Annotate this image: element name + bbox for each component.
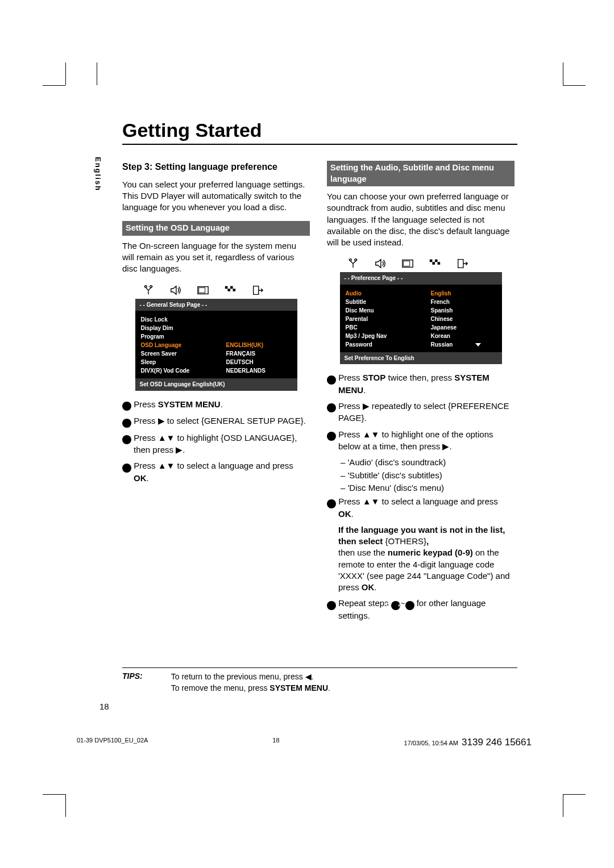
left-step-2: 2 Press ▶ to select {GENERAL SETUP PAGE}… [122, 415, 310, 427]
osd-general-setup-panel: - - General Setup Page - - Disc Lock Dis… [135, 281, 297, 391]
exit-icon [250, 284, 265, 297]
svg-rect-11 [437, 262, 440, 265]
tv-icon [400, 257, 415, 270]
osd-pref-body: AudioEnglish SubtitleFrench Disc MenuSpa… [340, 285, 502, 352]
pref-intro: You can choose your own preferred langua… [327, 191, 515, 248]
osd-icon-row [135, 281, 297, 299]
bullet-3-icon: 3 [122, 435, 131, 444]
svg-rect-4 [227, 289, 230, 291]
tips-body: To return to the previous menu, press ◀.… [171, 671, 330, 694]
svg-rect-2 [225, 286, 227, 289]
speaker-icon [373, 257, 388, 270]
svg-rect-3 [230, 286, 233, 289]
left-step-1: 1 Press SYSTEM MENU. [122, 399, 310, 411]
right-step-3c: – 'Disc Menu' (disc's menu) [341, 482, 515, 494]
step3-heading: Step 3: Setting language preference [122, 161, 310, 173]
left-step-3: 3 Press ▲▼ to highlight {OSD LANGUAGE}, … [122, 432, 310, 456]
right-step-4: 4 Press ▲▼ to select a language and pres… [327, 496, 515, 520]
svg-rect-5 [233, 289, 235, 291]
footer-datetime: 17/03/05, 10:54 AM 3139 246 15661 [404, 737, 532, 748]
print-footer: 01-39 DVP5100_EU_02A 18 17/03/05, 10:54 … [77, 737, 532, 748]
right-step-2: 2 Press ▶ repeatedly to select {PREFEREN… [327, 400, 515, 424]
right-column: Setting the Audio, Subtitle and Disc men… [327, 161, 515, 626]
scroll-down-icon [475, 341, 481, 349]
osd-general-body: Disc Lock Display Dim Program OSD Langua… [135, 311, 297, 378]
osd-pref-footer: Set Preference To English [340, 352, 502, 365]
right-note: If the language you want is not in the l… [327, 524, 515, 594]
osd-para: The On-screen language for the system me… [122, 240, 310, 275]
bullet-1-icon: 1 [122, 402, 131, 411]
right-step-3b: – 'Subtitle' (disc's subtitles) [341, 470, 515, 481]
bullet-4-icon: 4 [122, 464, 131, 473]
language-tab: English [94, 157, 102, 191]
exit-icon [455, 257, 470, 270]
bullet-2-icon: 2 [327, 403, 336, 412]
osd-pref-title: - - Preference Page - - [340, 272, 502, 285]
right-step-5: 5 Repeat steps 3~4 for other language se… [327, 598, 515, 621]
osd-pref-icon-row [340, 254, 502, 272]
tools-icon [346, 257, 360, 270]
bullet-5-icon: 5 [327, 601, 336, 610]
page-title: Getting Started [122, 119, 517, 145]
speaker-icon [168, 284, 183, 297]
svg-rect-1 [198, 287, 205, 293]
svg-rect-7 [403, 261, 409, 266]
bullet-2-icon: 2 [122, 419, 131, 428]
bullet-1-icon: 1 [327, 375, 336, 385]
osd-section-bar: Setting the OSD Language [122, 221, 310, 236]
tv-icon [196, 284, 210, 297]
svg-rect-8 [429, 260, 432, 262]
page-number: 18 [99, 702, 109, 711]
svg-rect-9 [435, 260, 438, 262]
svg-rect-10 [432, 262, 435, 265]
tips-row: TIPS: To return to the previous menu, pr… [122, 667, 517, 694]
osd-general-footer: Set OSD Language English(UK) [135, 378, 297, 391]
left-step-4: 4 Press ▲▼ to select a language and pres… [122, 460, 310, 484]
left-column: Step 3: Setting language preference You … [122, 161, 310, 626]
step3-intro: You can select your preferred language s… [122, 179, 310, 214]
right-step-3a: – 'Audio' (disc's soundtrack) [341, 457, 515, 468]
pref-section-bar: Setting the Audio, Subtitle and Disc men… [327, 161, 515, 186]
footer-page: 18 [272, 737, 279, 748]
right-step-1: 1 Press STOP twice then, press SYSTEM ME… [327, 372, 515, 396]
tools-icon [141, 284, 156, 297]
bullet-4-icon: 4 [327, 499, 336, 508]
bullet-3-icon: 3 [327, 432, 336, 441]
bullet-4-icon: 4 [405, 601, 414, 610]
osd-preference-panel: - - Preference Page - - AudioEnglish Sub… [340, 254, 502, 364]
right-step-3: 3 Press ▲▼ to highlight one of the optio… [327, 429, 515, 453]
tips-label: TIPS: [122, 671, 143, 694]
flag-icon [223, 284, 238, 297]
osd-general-title: - - General Setup Page - - [135, 299, 297, 311]
flag-icon [428, 257, 442, 270]
footer-file: 01-39 DVP5100_EU_02A [77, 737, 148, 748]
